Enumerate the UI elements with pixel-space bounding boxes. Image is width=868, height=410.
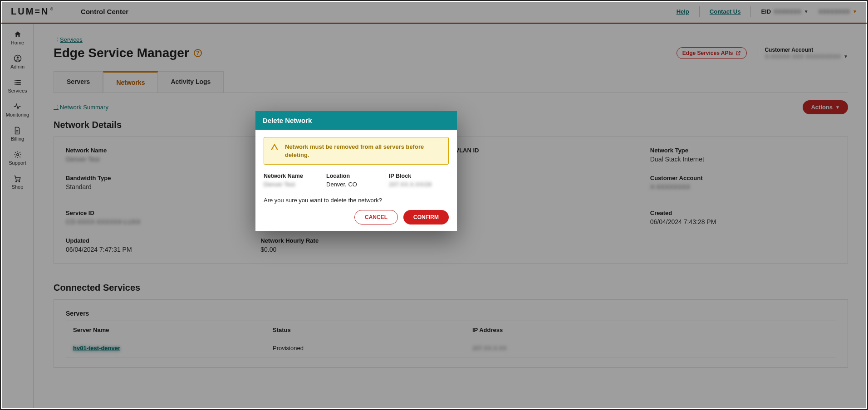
warning-text: Network must be removed from all servers… [285, 143, 442, 159]
svg-rect-11 [274, 146, 275, 148]
svg-rect-12 [274, 148, 275, 149]
modal-field-label: IP Block [389, 173, 449, 179]
cancel-button[interactable]: CANCEL [354, 210, 398, 225]
modal-title: Delete Network [255, 111, 457, 130]
modal-question: Are you sure you want to delete the netw… [264, 197, 449, 204]
modal-ip-block: 207.XX.X.XX/28 [389, 181, 449, 188]
delete-network-modal: Delete Network Network must be removed f… [255, 111, 457, 231]
modal-location: Denver, CO [326, 181, 386, 188]
modal-footer: CANCEL CONFIRM [255, 210, 457, 231]
modal-field-label: Location [326, 173, 386, 179]
modal-network-name: Denver Test [264, 181, 324, 188]
modal-field-label: Network Name [264, 173, 324, 179]
confirm-button[interactable]: CONFIRM [403, 210, 449, 225]
warning-banner: Network must be removed from all servers… [264, 137, 449, 165]
modal-body: Network must be removed from all servers… [255, 130, 457, 210]
warning-icon [270, 143, 279, 151]
